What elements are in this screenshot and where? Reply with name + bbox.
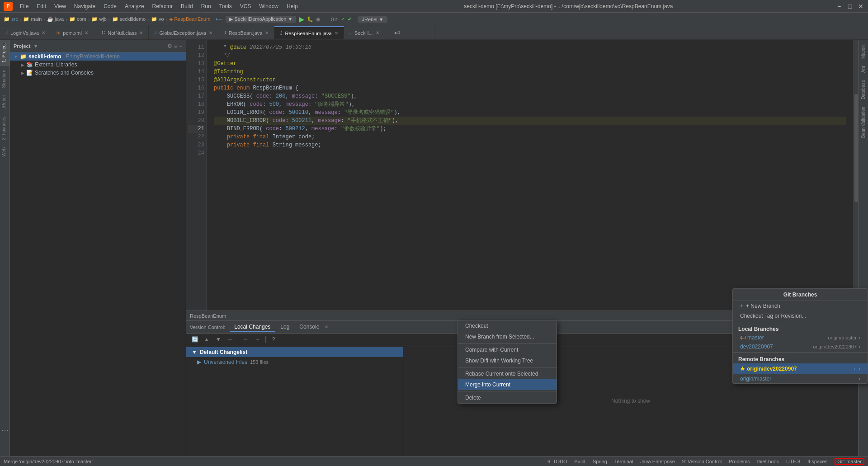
status-thief-book[interactable]: thief-book bbox=[757, 459, 779, 464]
minimize-panel-icon[interactable]: − bbox=[179, 43, 182, 49]
debug-button[interactable]: 🐛 bbox=[307, 16, 313, 22]
tab-more[interactable]: ▸4 bbox=[389, 26, 434, 39]
tab-notnull[interactable]: C NotNull.class ✕ bbox=[96, 26, 149, 39]
breadcrumb-wjb[interactable]: 📁 wjb bbox=[91, 16, 107, 22]
navigate-back-icon[interactable]: ⟵ bbox=[216, 16, 223, 22]
checkout-tag-button[interactable]: Checkout Tag or Revision... bbox=[733, 311, 868, 321]
left-tab-bottom[interactable]: ⋯ bbox=[0, 422, 10, 438]
remote-branch-origin-master[interactable]: origin/master › bbox=[733, 374, 868, 383]
code-content[interactable]: * @date 2022/07/25 16:33:16 */ @Getter @… bbox=[207, 40, 854, 311]
file-tab-label[interactable]: RespBeanEnum bbox=[190, 313, 226, 319]
close-seckill-icon[interactable]: ✕ bbox=[376, 30, 379, 35]
tab-respbean[interactable]: J RespBean.java ✕ bbox=[218, 26, 275, 39]
new-branch-button[interactable]: + + New Branch bbox=[733, 301, 868, 311]
close-button[interactable]: ✕ bbox=[857, 3, 864, 10]
minimize-button[interactable]: − bbox=[835, 3, 843, 10]
menu-analyze[interactable]: Analyze bbox=[121, 2, 148, 10]
tab-pom[interactable]: m pom.xml ✕ bbox=[51, 26, 96, 39]
git-update[interactable]: ✓ bbox=[341, 16, 345, 22]
right-tab-ant[interactable]: Ant bbox=[860, 62, 867, 76]
navigate-back-button[interactable]: ← bbox=[241, 334, 251, 344]
menu-run[interactable]: Run bbox=[198, 2, 215, 10]
menu-navigate[interactable]: Navigate bbox=[71, 2, 99, 10]
status-problems[interactable]: Problems bbox=[729, 459, 750, 464]
local-branch-dev20220907[interactable]: dev20220907 origin/dev20220907 › bbox=[733, 342, 868, 351]
remote-branch-origin-dev[interactable]: ★ origin/dev20220907 → › bbox=[733, 363, 868, 374]
menu-edit[interactable]: Edit bbox=[33, 2, 50, 10]
right-tab-maven[interactable]: Maven bbox=[860, 42, 867, 62]
scrollbar-thumb[interactable] bbox=[854, 94, 858, 202]
close-console-icon[interactable]: ✕ bbox=[325, 325, 328, 329]
status-version-control[interactable]: 9: Version Control bbox=[682, 459, 722, 464]
close-globalexception-icon[interactable]: ✕ bbox=[209, 30, 212, 35]
vc-tab-local-changes[interactable]: Local Changes bbox=[230, 323, 275, 332]
ctx-show-diff[interactable]: Show Diff with Working Tree bbox=[458, 355, 557, 366]
breadcrumb-src[interactable]: 📁 src bbox=[4, 16, 18, 22]
breadcrumb-main[interactable]: 📁 main bbox=[23, 16, 42, 22]
status-git[interactable]: Git: master bbox=[835, 458, 864, 465]
jrebel-selector[interactable]: JRebel ▼ bbox=[358, 16, 387, 23]
breadcrumb-seckilldemo[interactable]: 📁 seckilldemo bbox=[112, 16, 146, 22]
right-tab-bean-validation[interactable]: Bean Validation bbox=[860, 103, 867, 141]
collapse-all-icon[interactable]: ≡ bbox=[174, 43, 177, 49]
close-respbean-icon[interactable]: ✕ bbox=[265, 30, 269, 35]
move-down-button[interactable]: ▼ bbox=[213, 334, 223, 344]
menu-help[interactable]: Help bbox=[283, 2, 302, 10]
ctx-rebase[interactable]: Rebase Current onto Selected bbox=[458, 368, 557, 379]
status-spring[interactable]: Spring bbox=[593, 459, 607, 464]
vc-tab-console[interactable]: Console bbox=[295, 323, 324, 332]
code-editor[interactable]: 11 12 13 14 15 16 17 18 19 20 21 22 23 2… bbox=[186, 40, 858, 311]
project-dropdown-icon[interactable]: ▼ bbox=[33, 43, 38, 49]
local-branch-master[interactable]: 🏷 master origin/master › bbox=[733, 333, 868, 342]
scratches-consoles[interactable]: ▶ 📝 Scratches and Consoles bbox=[10, 69, 186, 77]
vc-tab-log[interactable]: Log bbox=[276, 323, 294, 332]
close-pom-icon[interactable]: ✕ bbox=[85, 30, 88, 35]
menu-refactor[interactable]: Refactor bbox=[149, 2, 176, 10]
breadcrumb-com[interactable]: 📁 com bbox=[69, 16, 86, 22]
status-java-enterprise[interactable]: Java Enterprise bbox=[640, 459, 675, 464]
default-changelist[interactable]: ▼ Default Changelist bbox=[186, 347, 403, 357]
ctx-compare-current[interactable]: Compare with Current bbox=[458, 344, 557, 355]
expand-button[interactable]: ↔ bbox=[225, 334, 235, 344]
maximize-button[interactable]: □ bbox=[846, 3, 854, 10]
refresh-button[interactable]: 🔄 bbox=[190, 334, 200, 344]
status-encoding[interactable]: UTF-8 bbox=[786, 459, 800, 464]
close-loginvo-icon[interactable]: ✕ bbox=[42, 30, 45, 35]
status-build[interactable]: Build bbox=[575, 459, 585, 464]
status-todo[interactable]: 6: TODO bbox=[547, 459, 567, 464]
ctx-delete[interactable]: Delete bbox=[458, 392, 557, 403]
left-tab-project[interactable]: 1: Project bbox=[0, 40, 9, 66]
breadcrumb-java[interactable]: ☕ java bbox=[47, 16, 64, 22]
coverage-button[interactable]: ◉ bbox=[316, 16, 321, 22]
menu-code[interactable]: Code bbox=[100, 2, 120, 10]
gear-icon[interactable]: ⚙ bbox=[167, 43, 172, 49]
menu-vcs[interactable]: VCS bbox=[236, 2, 255, 10]
menu-file[interactable]: File bbox=[16, 2, 32, 10]
navigate-forward-button[interactable]: → bbox=[253, 334, 263, 344]
menu-tools[interactable]: Tools bbox=[216, 2, 236, 10]
external-libraries[interactable]: ▶ 📚 External Libraries bbox=[10, 61, 186, 69]
tab-loginvo[interactable]: J LoginVo.java ✕ bbox=[0, 26, 51, 39]
close-respbeanenum-icon[interactable]: ✕ bbox=[335, 31, 338, 36]
run-button[interactable]: ▶ bbox=[299, 15, 304, 24]
breadcrumb-file[interactable]: ◈ RespBeanEnum bbox=[169, 16, 210, 22]
tab-globalexception[interactable]: J GlobalException.java ✕ bbox=[149, 26, 218, 39]
status-spaces[interactable]: 4 spaces bbox=[807, 459, 827, 464]
git-commit[interactable]: ✔ bbox=[348, 16, 352, 22]
menu-build[interactable]: Build bbox=[177, 2, 197, 10]
ctx-new-branch-selected[interactable]: New Branch from Selected... bbox=[458, 331, 557, 342]
menu-window[interactable]: Window bbox=[255, 2, 282, 10]
left-tab-web[interactable]: Web bbox=[0, 144, 9, 160]
left-tab-jrebel[interactable]: JRebel bbox=[0, 92, 9, 113]
menu-view[interactable]: View bbox=[51, 2, 70, 10]
ctx-checkout[interactable]: Checkout bbox=[458, 320, 557, 331]
scrollbar[interactable] bbox=[854, 40, 858, 311]
ctx-merge-current[interactable]: Merge into Current bbox=[458, 379, 557, 390]
move-up-button[interactable]: ▲ bbox=[202, 334, 212, 344]
help-button[interactable]: ? bbox=[269, 334, 278, 344]
project-root[interactable]: ▼ 📁 seckill-demo E:\myPro\seckill-demo bbox=[10, 52, 186, 61]
status-terminal[interactable]: Terminal bbox=[614, 459, 633, 464]
left-tab-favorites[interactable]: 2: Favorites bbox=[0, 113, 9, 144]
tab-seckill[interactable]: J Seckill... ✕ bbox=[344, 26, 389, 39]
left-tab-structure[interactable]: Structure bbox=[0, 66, 9, 92]
